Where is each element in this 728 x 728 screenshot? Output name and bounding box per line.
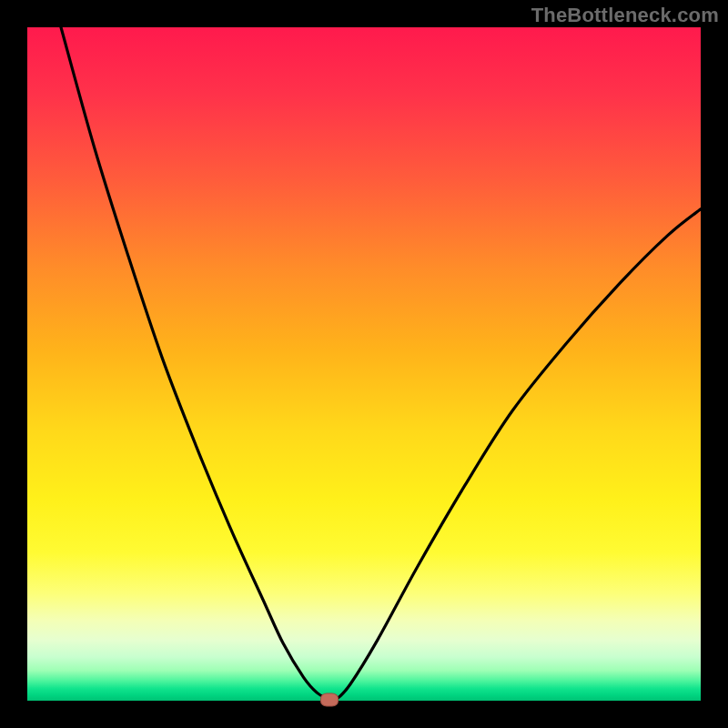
min-point-marker bbox=[320, 693, 339, 706]
chart-frame: TheBottleneck.com bbox=[0, 0, 728, 728]
bottleneck-curve-path bbox=[61, 27, 701, 701]
plot-area bbox=[27, 27, 701, 701]
curve-svg bbox=[27, 27, 701, 701]
watermark-text: TheBottleneck.com bbox=[531, 4, 719, 27]
